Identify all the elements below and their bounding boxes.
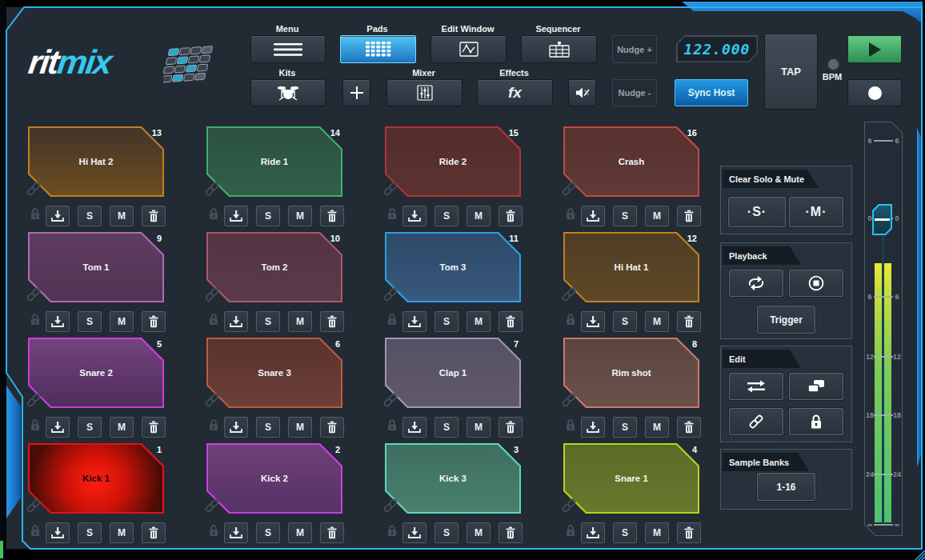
nudge-minus-button[interactable]: Nudge - [612, 79, 657, 106]
pad-solo-button[interactable]: S [78, 522, 102, 543]
pad-lock-toggle[interactable] [208, 523, 219, 538]
pad-mute-button[interactable]: M [110, 417, 134, 438]
tap-tempo-button[interactable]: TAP [764, 34, 818, 110]
effects-button[interactable]: fx [477, 79, 553, 106]
pad-trigger[interactable]: Hi Hat 1 [563, 232, 699, 302]
pad-solo-button[interactable]: S [256, 417, 280, 438]
pad-trigger[interactable]: Hi Hat 2 [28, 126, 164, 197]
pad-mute-button[interactable]: M [467, 206, 491, 226]
pad-mute-button[interactable]: M [288, 206, 312, 226]
pad-mute-button[interactable]: M [467, 522, 491, 543]
pad-solo-button[interactable]: S [256, 522, 280, 543]
pad-import-button[interactable] [46, 417, 70, 438]
pad-delete-button[interactable] [499, 206, 523, 226]
pad-delete-button[interactable] [320, 311, 344, 332]
pad-import-button[interactable] [224, 417, 248, 438]
pad-solo-button[interactable]: S [434, 311, 458, 332]
add-button[interactable] [342, 79, 370, 106]
pad-trigger[interactable]: Kick 3 [385, 443, 521, 514]
pad-import-button[interactable] [224, 206, 248, 226]
pad-mute-button[interactable]: M [645, 311, 669, 332]
pad-delete-button[interactable] [142, 417, 166, 438]
master-fader-handle[interactable] [872, 204, 892, 235]
sync-host-button[interactable]: Sync Host [675, 79, 748, 106]
pad-solo-button[interactable]: S [78, 206, 102, 226]
pad-import-button[interactable] [46, 311, 70, 332]
pad-trigger[interactable]: Snare 2 [28, 338, 164, 408]
pad-delete-button[interactable] [142, 311, 166, 332]
lock-pad-button[interactable] [789, 408, 843, 435]
link-pads-button[interactable] [729, 408, 783, 435]
bank-1-16-button[interactable]: 1-16 [757, 473, 815, 501]
pad-import-button[interactable] [581, 417, 605, 438]
swap-pads-button[interactable] [729, 373, 783, 400]
pad-lock-toggle[interactable] [386, 206, 398, 221]
pad-import-button[interactable] [581, 311, 605, 332]
pad-solo-button[interactable]: S [434, 522, 458, 543]
pad-import-button[interactable] [224, 311, 248, 332]
pad-delete-button[interactable] [677, 522, 701, 543]
pad-lock-toggle[interactable] [565, 418, 576, 432]
pad-lock-toggle[interactable] [386, 523, 398, 538]
pad-delete-button[interactable] [320, 206, 344, 226]
pad-trigger[interactable]: Snare 1 [563, 443, 699, 514]
pad-mute-button[interactable]: M [288, 417, 312, 438]
pad-solo-button[interactable]: S [78, 417, 102, 438]
pad-solo-button[interactable]: S [613, 206, 637, 226]
pad-lock-toggle[interactable] [208, 418, 219, 432]
pad-import-button[interactable] [402, 417, 426, 438]
pad-solo-button[interactable]: S [434, 206, 458, 226]
pad-trigger[interactable]: Tom 3 [385, 232, 521, 302]
pad-mute-button[interactable]: M [110, 206, 134, 226]
pad-lock-toggle[interactable] [386, 418, 398, 432]
pad-trigger[interactable]: Kick 1 [28, 443, 164, 514]
pad-delete-button[interactable] [320, 417, 344, 438]
pad-lock-toggle[interactable] [565, 206, 576, 221]
mixer-button[interactable] [386, 79, 462, 106]
pad-trigger[interactable]: Clap 1 [385, 338, 521, 408]
nudge-plus-button[interactable]: Nudge + [612, 35, 657, 63]
pad-solo-button[interactable]: S [613, 311, 637, 332]
pad-delete-button[interactable] [677, 311, 701, 332]
clear-mute-button[interactable]: ·M· [789, 197, 843, 227]
pad-import-button[interactable] [581, 206, 605, 226]
pad-lock-toggle[interactable] [30, 206, 41, 221]
pad-trigger[interactable]: Tom 2 [206, 232, 342, 302]
pad-mute-button[interactable]: M [645, 522, 669, 543]
pad-trigger[interactable]: Kick 2 [206, 443, 342, 514]
pad-delete-button[interactable] [677, 417, 701, 438]
pad-import-button[interactable] [402, 206, 426, 226]
pad-import-button[interactable] [224, 522, 248, 543]
pad-lock-toggle[interactable] [386, 312, 398, 326]
pad-solo-button[interactable]: S [78, 311, 102, 332]
pad-import-button[interactable] [402, 311, 426, 332]
pad-delete-button[interactable] [320, 522, 344, 543]
pad-import-button[interactable] [581, 522, 605, 543]
pad-mute-button[interactable]: M [110, 522, 134, 543]
pad-lock-toggle[interactable] [30, 523, 41, 538]
pad-mute-button[interactable]: M [288, 522, 312, 543]
pad-lock-toggle[interactable] [565, 523, 576, 538]
pad-trigger[interactable]: Tom 1 [28, 232, 164, 302]
pad-trigger[interactable]: Snare 3 [206, 338, 342, 408]
pad-lock-toggle[interactable] [565, 312, 576, 326]
pad-solo-button[interactable]: S [256, 311, 280, 332]
pads-button[interactable] [340, 35, 416, 63]
pad-delete-button[interactable] [499, 417, 523, 438]
loop-playback-button[interactable] [729, 270, 783, 297]
pad-solo-button[interactable]: S [613, 522, 637, 543]
pad-import-button[interactable] [402, 522, 426, 543]
pad-delete-button[interactable] [142, 206, 166, 226]
pad-delete-button[interactable] [142, 522, 166, 543]
pad-trigger[interactable]: Rim shot [563, 338, 699, 408]
pad-trigger[interactable]: Ride 1 [206, 126, 342, 197]
clear-solo-button[interactable]: ·S· [728, 197, 786, 227]
trigger-mode-button[interactable]: Trigger [757, 306, 815, 334]
pad-import-button[interactable] [46, 522, 70, 543]
menu-button[interactable] [250, 35, 326, 63]
mute-all-button[interactable] [568, 79, 596, 106]
sequencer-button[interactable] [521, 35, 597, 63]
pad-lock-toggle[interactable] [208, 312, 219, 326]
pad-solo-button[interactable]: S [434, 417, 458, 438]
kits-button[interactable] [250, 79, 326, 106]
